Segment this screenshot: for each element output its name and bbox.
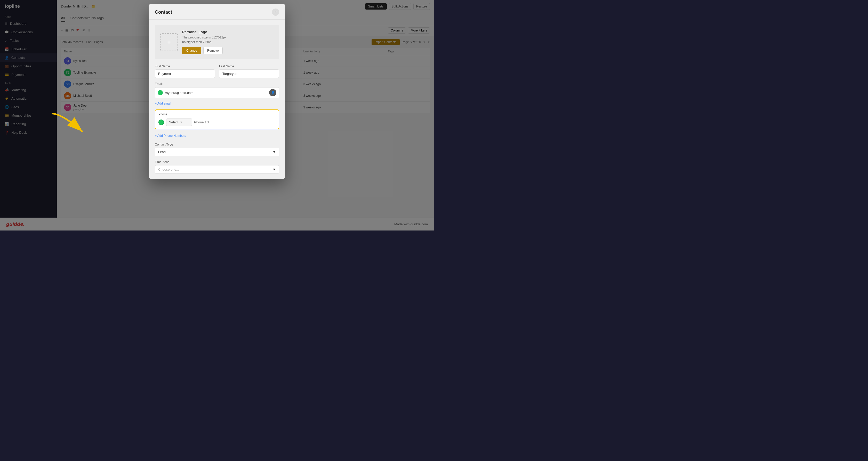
email-status-indicator xyxy=(158,90,163,95)
add-email-link[interactable]: + Add email xyxy=(155,101,279,106)
modal-body: + Personal Logo The proposed size is 512… xyxy=(149,20,285,179)
contact-type-label: Contact Type xyxy=(155,143,279,146)
phone-input[interactable] xyxy=(194,120,276,124)
chevron-down-icon: ▼ xyxy=(273,150,276,154)
phone-label: Phone xyxy=(158,113,276,116)
last-name-label: Last Name xyxy=(219,64,279,68)
modal-overlay: Contact × + Personal Logo The proposed s… xyxy=(0,0,434,230)
logo-desc-line1: The proposed size is 512*512px xyxy=(182,35,226,40)
logo-section: + Personal Logo The proposed size is 512… xyxy=(155,25,279,59)
change-logo-button[interactable]: Change xyxy=(182,47,201,54)
first-name-label: First Name xyxy=(155,64,215,68)
logo-desc-line2: no bigger than 2.5mb xyxy=(182,40,226,44)
logo-actions: Change Remove xyxy=(182,47,226,54)
contact-type-group: Contact Type Lead ▼ xyxy=(155,143,279,156)
arrow-annotation xyxy=(46,111,98,143)
timezone-group: Time Zone Choose one... ▼ xyxy=(155,160,279,174)
first-name-group: First Name xyxy=(155,64,215,78)
email-input[interactable] xyxy=(165,91,267,95)
logo-upload-area[interactable]: + xyxy=(160,33,178,51)
phone-type-select[interactable]: Select ▼ xyxy=(166,118,192,126)
logo-title: Personal Logo xyxy=(182,30,226,34)
chevron-down-icon: ▼ xyxy=(273,167,276,172)
contact-type-select[interactable]: Lead ▼ xyxy=(155,148,279,156)
timezone-select[interactable]: Choose one... ▼ xyxy=(155,165,279,174)
modal-header: Contact × xyxy=(149,4,285,20)
chevron-down-icon: ▼ xyxy=(180,121,182,124)
last-name-group: Last Name xyxy=(219,64,279,78)
contact-modal: Contact × + Personal Logo The proposed s… xyxy=(149,4,285,179)
logo-info: Personal Logo The proposed size is 512*5… xyxy=(182,30,226,54)
name-row: First Name Last Name xyxy=(155,64,279,78)
email-label: Email xyxy=(155,82,279,86)
phone-section: Phone Select ▼ xyxy=(155,110,279,129)
email-avatar: 👤 xyxy=(269,89,276,96)
phone-row: Select ▼ xyxy=(158,118,276,126)
timezone-label: Time Zone xyxy=(155,160,279,164)
first-name-input[interactable] xyxy=(155,69,215,78)
modal-title: Contact xyxy=(155,9,172,15)
add-phone-link[interactable]: + Add Phone Numbers xyxy=(155,133,279,139)
email-row: 👤 xyxy=(155,87,279,98)
modal-close-button[interactable]: × xyxy=(272,8,279,16)
email-section: Email 👤 xyxy=(155,82,279,98)
phone-status-indicator xyxy=(158,120,164,125)
remove-logo-button[interactable]: Remove xyxy=(203,47,223,54)
last-name-input[interactable] xyxy=(219,69,279,78)
